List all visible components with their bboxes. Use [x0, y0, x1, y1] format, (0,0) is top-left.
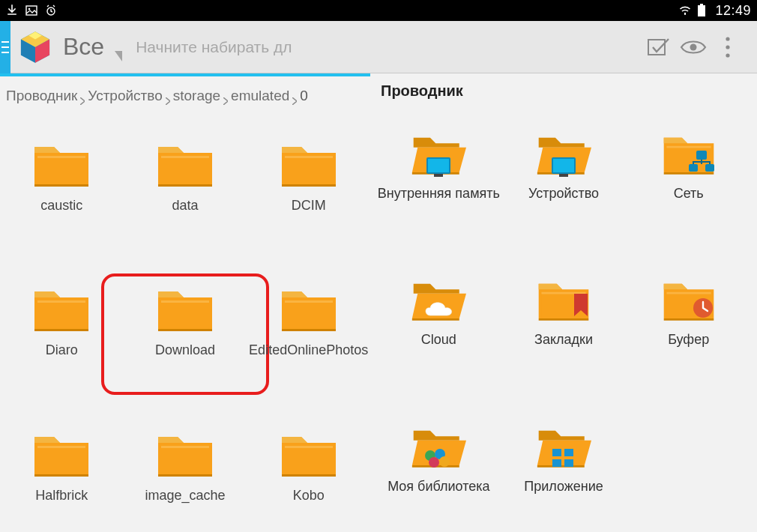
- svg-point-13: [690, 43, 697, 50]
- folder-icon: [31, 284, 91, 333]
- visibility-button[interactable]: [676, 30, 711, 64]
- folder-label: Сеть: [674, 186, 704, 202]
- location-library[interactable]: Моя библиотека: [376, 422, 501, 532]
- svg-rect-24: [689, 164, 698, 172]
- svg-rect-25: [705, 164, 714, 172]
- folder-network-icon: [659, 129, 719, 178]
- chevron-right-icon: [292, 92, 297, 100]
- svg-point-29: [429, 457, 439, 468]
- folder-label: Устройство: [528, 186, 599, 202]
- status-bar: 12:49: [0, 0, 757, 21]
- svg-point-15: [726, 45, 729, 49]
- folder-clock-icon: [659, 275, 719, 324]
- folder-item[interactable]: DCIM: [247, 139, 370, 242]
- location-cloud[interactable]: Cloud: [376, 275, 501, 385]
- folder-icon: [155, 139, 215, 189]
- folder-item[interactable]: Kobo: [247, 429, 370, 532]
- folder-label: EditedOnlinePhotos: [249, 342, 368, 358]
- folder-grid-left: caustic data DCIM Diaro Download Edi: [0, 109, 370, 532]
- location-device[interactable]: Устройство: [501, 129, 627, 239]
- folder-item[interactable]: caustic: [0, 139, 124, 242]
- status-time: 12:49: [715, 3, 751, 19]
- location-apps[interactable]: Приложение: [501, 422, 627, 532]
- folder-item[interactable]: data: [124, 139, 247, 242]
- svg-rect-6: [700, 4, 703, 5]
- folder-library-icon: [408, 422, 468, 471]
- svg-point-14: [726, 37, 729, 40]
- breadcrumb-item[interactable]: emulated: [231, 88, 289, 104]
- folder-label: Cloud: [421, 332, 456, 348]
- breadcrumb-item[interactable]: 0: [300, 88, 308, 104]
- svg-point-4: [684, 13, 686, 14]
- download-status-icon: [6, 4, 18, 16]
- left-pane: Проводник Устройство storage emulated 0 …: [0, 73, 370, 532]
- title-dropdown-icon[interactable]: [115, 51, 122, 61]
- toolbar-title[interactable]: Все: [63, 33, 104, 61]
- folder-label: caustic: [40, 198, 82, 214]
- folder-label: image_cache: [145, 488, 225, 504]
- folder-label: Внутренняя память: [378, 186, 500, 202]
- svg-point-16: [726, 53, 729, 57]
- breadcrumb-item[interactable]: Устройство: [88, 88, 162, 104]
- folder-grid-right: Внутренняя память Устройство Сеть: [370, 109, 757, 532]
- folder-icon: [155, 284, 215, 333]
- folder-memory-icon: [408, 129, 468, 178]
- chevron-right-icon: [80, 92, 85, 100]
- svg-rect-33: [552, 459, 561, 467]
- folder-label: Halfbrick: [35, 488, 88, 504]
- breadcrumb-item[interactable]: Проводник: [6, 88, 77, 104]
- folder-icon: [31, 429, 91, 479]
- breadcrumb-item[interactable]: storage: [173, 88, 220, 104]
- location-buffer[interactable]: Буфер: [626, 275, 751, 385]
- folder-item[interactable]: image_cache: [124, 429, 247, 532]
- svg-rect-32: [564, 449, 573, 456]
- svg-point-2: [28, 8, 31, 10]
- location-bookmarks[interactable]: Закладки: [501, 275, 627, 385]
- svg-rect-31: [552, 449, 561, 456]
- svg-rect-22: [559, 174, 568, 177]
- search-input[interactable]: [136, 38, 332, 56]
- folder-bookmark-icon: [534, 275, 594, 324]
- battery-status-icon: [697, 4, 706, 17]
- app-logo-icon: [13, 25, 57, 69]
- breadcrumb[interactable]: Проводник Устройство storage emulated 0: [0, 76, 370, 109]
- folder-icon: [31, 139, 91, 189]
- overflow-menu-button[interactable]: [711, 30, 745, 64]
- svg-rect-23: [696, 151, 707, 160]
- svg-rect-5: [698, 5, 705, 16]
- folder-label: Diaro: [46, 342, 78, 358]
- svg-point-30: [439, 456, 450, 467]
- svg-rect-21: [553, 159, 574, 172]
- folder-label: Kobo: [293, 488, 325, 504]
- folder-label: Буфер: [668, 332, 709, 348]
- location-internal-memory[interactable]: Внутренняя память: [376, 129, 501, 239]
- folder-label: Закладки: [534, 332, 593, 348]
- folder-item[interactable]: Diaro: [0, 284, 124, 387]
- chevron-right-icon: [223, 92, 228, 100]
- location-network[interactable]: Сеть: [626, 129, 751, 239]
- folder-label: data: [172, 198, 198, 214]
- folder-label: Моя библиотека: [387, 479, 489, 495]
- alarm-status-icon: [45, 4, 57, 16]
- right-pane: Проводник Внутренняя память Устройство: [370, 73, 757, 532]
- folder-label: Приложение: [524, 479, 603, 495]
- folder-item-download[interactable]: Download: [124, 284, 247, 387]
- svg-rect-19: [434, 174, 443, 177]
- app-toolbar: Все: [0, 21, 757, 73]
- folder-item[interactable]: Halfbrick: [0, 429, 124, 532]
- folder-icon: [279, 429, 339, 479]
- folder-apps-icon: [534, 422, 594, 471]
- wifi-status-icon: [679, 4, 691, 16]
- select-mode-button[interactable]: [642, 30, 676, 64]
- svg-rect-34: [564, 459, 573, 467]
- chevron-right-icon: [166, 92, 170, 100]
- svg-rect-18: [428, 159, 449, 172]
- menu-drawer-button[interactable]: [0, 21, 10, 73]
- folder-item[interactable]: EditedOnlinePhotos: [247, 284, 370, 387]
- folder-cloud-icon: [408, 275, 468, 324]
- right-pane-title: Проводник: [370, 76, 757, 109]
- folder-icon: [155, 429, 215, 479]
- folder-label: DCIM: [292, 198, 326, 214]
- folder-label: Download: [155, 342, 215, 358]
- folder-icon: [279, 284, 339, 333]
